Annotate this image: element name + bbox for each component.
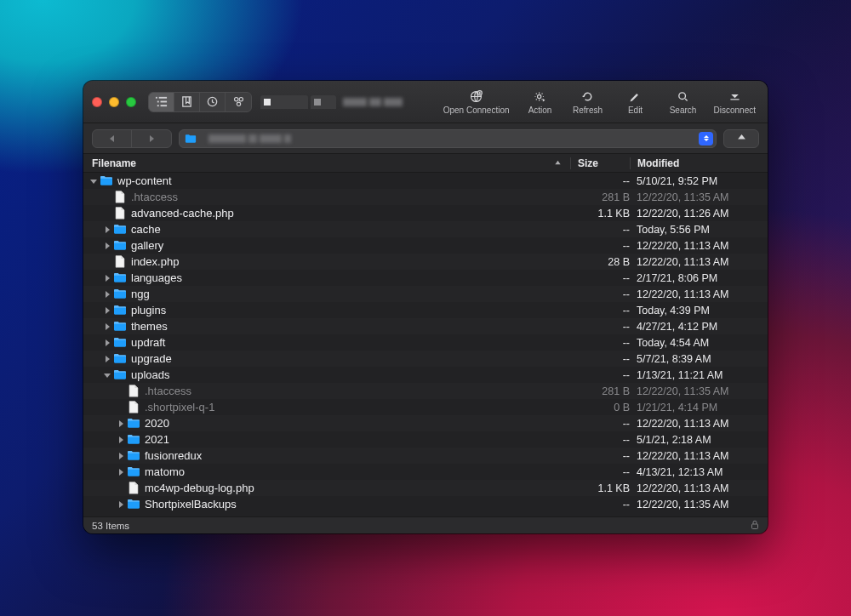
search-button[interactable]: Search — [666, 89, 700, 115]
file-row[interactable]: wp-content--5/10/21, 9:52 PM — [83, 173, 768, 189]
toolbar-label: Search — [670, 106, 697, 115]
disclosure-triangle[interactable] — [102, 307, 111, 314]
disclosure-triangle[interactable] — [102, 226, 111, 233]
history-view-icon[interactable] — [200, 93, 226, 111]
back-button[interactable] — [93, 130, 132, 147]
file-row[interactable]: gallery--12/22/20, 11:13 AM — [83, 237, 768, 254]
disconnect-button[interactable]: Disconnect — [714, 89, 756, 115]
column-header-modified[interactable]: Modified — [630, 157, 757, 169]
column-label: Filename — [92, 157, 136, 169]
connection-tabs[interactable] — [260, 95, 336, 109]
file-modified: 12/22/20, 11:13 AM — [630, 450, 757, 462]
minimize-icon[interactable] — [109, 97, 119, 107]
file-row[interactable]: themes--4/27/21, 4:12 PM — [83, 318, 768, 334]
file-row[interactable]: updraft--Today, 4:54 AM — [83, 334, 768, 351]
bonjour-view-icon[interactable] — [226, 93, 251, 111]
file-row[interactable]: ShortpixelBackups--12/22/20, 11:35 AM — [83, 496, 768, 512]
disclosure-triangle[interactable] — [102, 323, 111, 330]
file-row[interactable]: matomo--4/13/21, 12:13 AM — [83, 464, 768, 480]
file-name: cache — [131, 223, 570, 236]
file-row[interactable]: languages--2/17/21, 8:06 PM — [83, 270, 768, 286]
file-modified: Today, 4:54 AM — [630, 337, 757, 349]
file-row[interactable]: fusionredux--12/22/20, 11:13 AM — [83, 448, 768, 464]
file-size: -- — [570, 466, 630, 478]
disclosure-triangle[interactable] — [102, 275, 111, 282]
file-row[interactable]: 2020--12/22/20, 11:13 AM — [83, 415, 768, 431]
folder-icon — [113, 368, 127, 382]
file-size: -- — [570, 369, 630, 381]
file-size: -- — [570, 240, 630, 252]
file-name: advanced-cache.php — [131, 207, 570, 220]
file-size: -- — [570, 305, 630, 317]
connection-tab[interactable] — [311, 95, 336, 109]
column-headers[interactable]: Filename Size Modified — [83, 154, 768, 173]
svg-point-13 — [538, 94, 541, 98]
file-icon — [113, 255, 127, 269]
disclosure-triangle[interactable] — [116, 469, 125, 476]
go-up-button[interactable] — [723, 129, 759, 148]
view-mode-segment[interactable] — [148, 92, 252, 112]
disclosure-triangle[interactable] — [89, 178, 98, 185]
window-title — [343, 98, 403, 106]
outline-view-icon[interactable] — [149, 93, 174, 111]
open-connection-button[interactable]: Open Connection — [443, 89, 510, 115]
file-row[interactable]: uploads--1/13/21, 11:21 AM — [83, 367, 768, 383]
file-modified: 12/22/20, 11:35 AM — [630, 385, 757, 397]
file-row[interactable]: cache--Today, 5:56 PM — [83, 221, 768, 237]
file-list[interactable]: wp-content--5/10/21, 9:52 PM.htaccess281… — [83, 173, 768, 516]
forward-button[interactable] — [132, 130, 171, 147]
disclosure-triangle[interactable] — [102, 291, 111, 298]
column-header-size[interactable]: Size — [570, 157, 630, 169]
refresh-button[interactable]: Refresh — [571, 89, 605, 115]
folder-icon — [113, 288, 127, 301]
folder-icon — [113, 304, 127, 317]
file-icon — [127, 482, 140, 495]
file-size: -- — [570, 450, 630, 462]
folder-icon — [127, 449, 140, 463]
disclosure-triangle[interactable] — [102, 339, 111, 346]
svg-rect-4 — [157, 105, 159, 106]
file-row[interactable]: .htaccess281 B12/22/20, 11:35 AM — [83, 189, 768, 205]
path-dropdown-icon[interactable] — [699, 132, 713, 145]
file-row[interactable]: advanced-cache.php1.1 KB12/22/20, 11:26 … — [83, 205, 768, 221]
disclosure-triangle[interactable] — [102, 356, 111, 362]
file-row[interactable]: plugins--Today, 4:39 PM — [83, 302, 768, 318]
item-count: 53 Items — [92, 521, 129, 531]
disclosure-triangle[interactable] — [116, 501, 125, 508]
disclosure-triangle[interactable] — [116, 453, 125, 459]
connection-tab[interactable] — [260, 95, 308, 109]
path-combobox[interactable] — [179, 129, 717, 148]
folder-icon — [113, 239, 127, 253]
file-row[interactable]: .htaccess281 B12/22/20, 11:35 AM — [83, 383, 768, 399]
svg-rect-15 — [752, 524, 758, 529]
svg-point-9 — [239, 98, 243, 101]
zoom-icon[interactable] — [126, 97, 136, 107]
file-modified: 12/22/20, 11:13 AM — [630, 256, 757, 268]
file-icon — [127, 385, 140, 398]
toolbar-label: Edit — [628, 106, 643, 115]
file-row[interactable]: upgrade--5/7/21, 8:39 AM — [83, 351, 768, 367]
file-row[interactable]: .shortpixel-q-10 B1/21/21, 4:14 PM — [83, 399, 768, 415]
edit-button[interactable]: Edit — [619, 89, 653, 115]
folder-icon — [113, 352, 127, 366]
path-bar — [83, 123, 768, 154]
folder-icon — [113, 336, 127, 350]
file-modified: 1/13/21, 11:21 AM — [630, 369, 757, 381]
folder-icon — [127, 433, 140, 447]
bookmarks-view-icon[interactable] — [174, 93, 200, 111]
svg-rect-5 — [161, 105, 168, 106]
action-button[interactable]: Action — [523, 89, 557, 115]
history-nav-segment[interactable] — [92, 129, 172, 148]
column-header-filename[interactable]: Filename — [92, 157, 570, 169]
disclosure-triangle[interactable] — [116, 420, 125, 427]
file-row[interactable]: index.php28 B12/22/20, 11:13 AM — [83, 254, 768, 270]
column-label: Size — [578, 157, 598, 169]
path-text — [208, 134, 291, 143]
disclosure-triangle[interactable] — [102, 372, 111, 379]
file-row[interactable]: mc4wp-debug-log.php1.1 KB12/22/20, 11:13… — [83, 480, 768, 496]
close-icon[interactable] — [92, 97, 102, 107]
file-row[interactable]: ngg--12/22/20, 11:13 AM — [83, 286, 768, 302]
file-row[interactable]: 2021--5/1/21, 2:18 AM — [83, 431, 768, 448]
disclosure-triangle[interactable] — [102, 242, 111, 249]
disclosure-triangle[interactable] — [116, 436, 125, 443]
